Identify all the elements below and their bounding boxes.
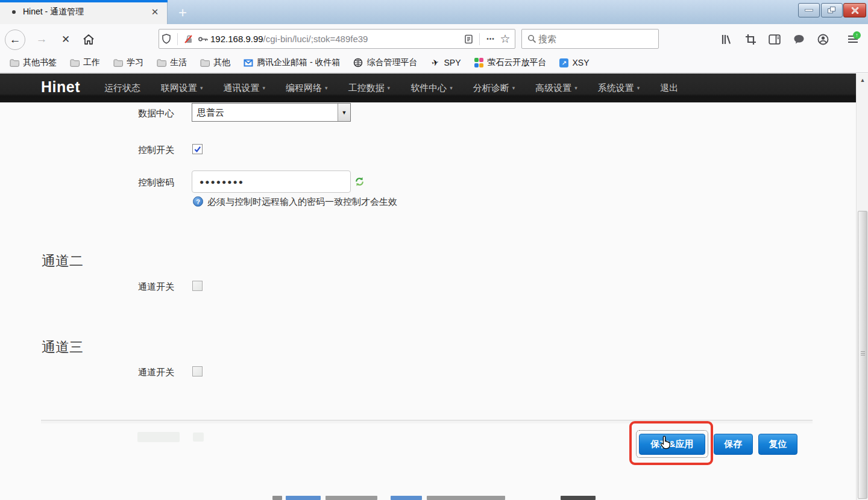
control-switch-checkbox[interactable]: [192, 144, 203, 154]
folder-icon: [157, 58, 166, 67]
insecure-lock-icon[interactable]: [181, 32, 196, 46]
new-tab-button[interactable]: +: [174, 5, 192, 22]
chevron-down-icon: ▾: [512, 85, 515, 91]
back-button[interactable]: ←: [5, 30, 25, 50]
window-restore-button[interactable]: [821, 3, 843, 17]
tracking-shield-icon[interactable]: [159, 32, 174, 46]
page-actions-icon[interactable]: •••: [483, 32, 498, 46]
folder-icon: [70, 58, 80, 67]
footer-clipped-text: [272, 496, 282, 500]
plane-icon: ✈: [430, 57, 441, 69]
select-dropdown-button[interactable]: ▼: [338, 104, 350, 121]
section-title-channel-2: 通道二: [42, 252, 83, 270]
chevron-down-icon: ▾: [325, 85, 328, 91]
footer-clipped-link: [286, 496, 321, 500]
nav-item-programming-network[interactable]: 编程网络 ▾: [286, 83, 328, 94]
footer-clipped-text: [561, 496, 596, 500]
bookmark-folder-study[interactable]: 学习: [113, 57, 143, 68]
channel3-switch-checkbox[interactable]: [192, 366, 203, 377]
home-button[interactable]: [78, 29, 99, 49]
nav-item-diagnostics[interactable]: 分析诊断 ▾: [473, 83, 515, 94]
forward-button[interactable]: →: [31, 29, 52, 49]
check-icon: [193, 145, 201, 153]
bookmark-spy[interactable]: ✈ SPY: [430, 58, 461, 67]
data-center-select[interactable]: 思普云 ▼: [192, 103, 351, 122]
folder-icon: [200, 58, 210, 67]
close-icon: [851, 7, 859, 14]
nav-item-comm-settings[interactable]: 通讯设置 ▾: [224, 83, 266, 94]
urlbar-separator: [177, 33, 178, 45]
search-input[interactable]: [538, 34, 658, 44]
channel2-switch-checkbox[interactable]: [192, 281, 203, 291]
key-icon[interactable]: [196, 32, 210, 46]
nav-item-system-settings[interactable]: 系统设置 ▾: [598, 83, 640, 94]
bookmark-management-platform[interactable]: 综合管理平台: [353, 57, 417, 68]
scrollbar-up-arrow[interactable]: ▲: [857, 75, 868, 86]
chevron-down-icon: ▾: [388, 85, 391, 91]
scrollbar-thumb[interactable]: [858, 211, 867, 499]
stop-button[interactable]: ✕: [55, 29, 76, 49]
scrollbar-track[interactable]: ▲: [856, 73, 868, 500]
urlbar-separator: [479, 33, 480, 45]
url-path: /cgi-bin/luci/;stok=489fe39: [263, 34, 368, 44]
help-icon: ?: [193, 196, 203, 207]
url-text[interactable]: 192.168.9.99/cgi-bin/luci/;stok=489fe39: [210, 34, 461, 44]
save-button[interactable]: 保存: [714, 434, 753, 455]
chevron-down-icon: ▾: [637, 85, 640, 91]
footer-clipped-link: [391, 496, 422, 500]
reset-button[interactable]: 复位: [758, 434, 797, 455]
chevron-down-icon: ▾: [574, 85, 577, 91]
bookmark-xsy[interactable]: ↗ XSY: [559, 58, 589, 67]
control-password-field[interactable]: [192, 170, 351, 193]
nav-item-running-status[interactable]: 运行状态: [104, 83, 140, 94]
refresh-icon[interactable]: [354, 177, 365, 189]
nav-item-logout[interactable]: 退出: [660, 83, 678, 94]
nav-item-advanced-settings[interactable]: 高级设置 ▾: [535, 83, 577, 94]
screenshot-crop-icon[interactable]: [741, 31, 760, 47]
window-minimize-button[interactable]: [798, 3, 820, 17]
control-password-help: 必须与控制时远程输入的密码一致控制才会生效: [207, 196, 397, 208]
search-bar[interactable]: [521, 29, 659, 49]
restore-icon: [828, 7, 836, 14]
dropdown-arrow-icon: ▼: [342, 110, 347, 116]
channel2-switch-label: 通道开关: [138, 281, 174, 293]
sidebars-icon[interactable]: [766, 31, 784, 47]
account-icon[interactable]: [814, 31, 832, 47]
bookmark-folder-life[interactable]: 生活: [157, 57, 187, 68]
bookmarks-bar: 其他书签 工作 学习 生活 其他 腾讯企业邮箱 - 收件箱 综合管理平台 ✈ S…: [0, 53, 868, 73]
wechat-chat-icon[interactable]: [790, 31, 808, 47]
control-switch-label: 控制开关: [138, 145, 174, 156]
folder-icon: [113, 58, 123, 67]
menu-hamburger-icon[interactable]: ↑: [843, 31, 863, 47]
chevron-down-icon: ▾: [200, 85, 203, 91]
nav-item-software-center[interactable]: 软件中心 ▾: [410, 83, 453, 94]
ghost-artifact: [137, 432, 180, 442]
chevron-down-icon: ▾: [263, 85, 266, 91]
footer-clipped-text: [427, 496, 505, 500]
bookmark-star-icon[interactable]: ☆: [498, 32, 512, 46]
control-password-input[interactable]: [192, 178, 350, 186]
bookmark-tencent-exmail[interactable]: 腾讯企业邮箱 - 收件箱: [244, 57, 340, 68]
tab-close-icon[interactable]: ✕: [148, 5, 162, 19]
nav-item-industrial-data[interactable]: 工控数据 ▾: [348, 83, 391, 94]
globe-icon: [353, 58, 363, 67]
ezviz-logo-icon: [474, 58, 483, 67]
browser-tab[interactable]: Hinet - 通道管理 ✕: [0, 0, 168, 24]
bookmark-ezviz-platform[interactable]: 萤石云开放平台: [474, 57, 546, 68]
url-bar[interactable]: 192.168.9.99/cgi-bin/luci/;stok=489fe39 …: [159, 29, 515, 49]
window-close-button[interactable]: [843, 3, 866, 17]
minimize-icon: [805, 9, 813, 11]
url-fade-overlay: [425, 34, 461, 44]
bookmark-folder-misc[interactable]: 其他: [200, 57, 230, 68]
nav-item-network-settings[interactable]: 联网设置 ▾: [161, 83, 203, 94]
tab-title: Hinet - 通道管理: [23, 7, 148, 17]
library-icon[interactable]: [717, 31, 735, 47]
bookmark-folder-other-bookmarks[interactable]: 其他书签: [10, 57, 57, 68]
site-navbar: Hinet 运行状态 联网设置 ▾ 通讯设置 ▾ 编程网络 ▾ 工控数据 ▾ 软…: [0, 73, 856, 102]
search-icon: [526, 32, 538, 46]
bookmark-folder-work[interactable]: 工作: [70, 57, 100, 68]
channel3-switch-label: 通道开关: [138, 367, 174, 378]
chevron-down-icon: ▾: [450, 85, 453, 91]
site-logo[interactable]: Hinet: [41, 78, 80, 96]
reader-mode-icon[interactable]: [461, 32, 476, 46]
